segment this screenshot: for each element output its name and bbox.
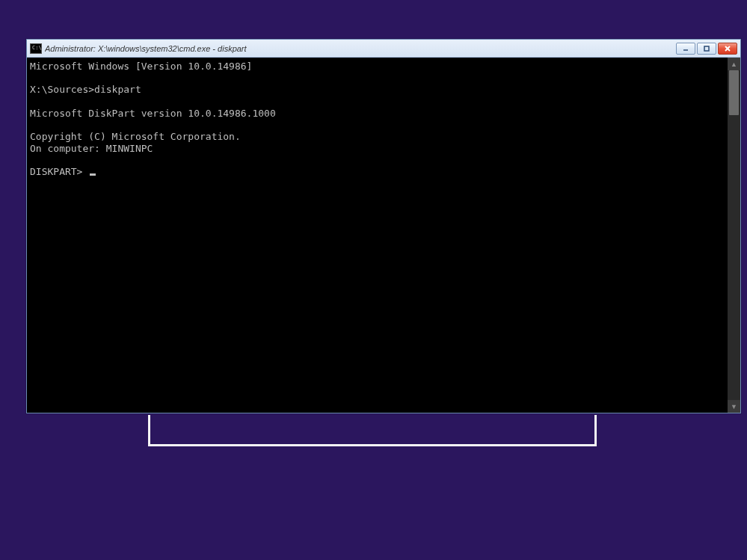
background-dialog-outline [148,415,597,446]
maximize-button[interactable] [697,43,716,55]
console-body: Microsoft Windows [Version 10.0.14986] X… [27,58,740,413]
scrollbar-track[interactable] [728,70,740,400]
vertical-scrollbar[interactable]: ▲ ▼ [728,58,740,413]
close-icon [724,45,731,52]
terminal-line: Microsoft Windows [Version 10.0.14986] [30,61,252,72]
cmd-window: C:\ Administrator: X:\windows\system32\c… [26,39,741,413]
terminal-cursor [90,173,96,176]
minimize-button[interactable] [676,43,695,55]
scroll-down-button[interactable]: ▼ [728,400,740,413]
minimize-icon [682,45,689,52]
terminal-line: X:\Sources>diskpart [30,84,141,95]
console-client-area[interactable]: Microsoft Windows [Version 10.0.14986] X… [27,58,728,413]
close-button[interactable] [718,43,737,55]
terminal-output: Microsoft Windows [Version 10.0.14986] X… [30,61,725,178]
window-titlebar[interactable]: C:\ Administrator: X:\windows\system32\c… [27,40,740,58]
maximize-icon [703,45,710,52]
terminal-line: Copyright (C) Microsoft Corporation. [30,131,241,142]
window-title: Administrator: X:\windows\system32\cmd.e… [45,44,676,53]
terminal-line: Microsoft DiskPart version 10.0.14986.10… [30,108,276,119]
svg-rect-1 [704,46,709,51]
terminal-line: DISKPART> [30,166,88,177]
cmd-icon: C:\ [30,43,42,54]
terminal-line: On computer: MINWINPC [30,143,153,154]
scroll-up-button[interactable]: ▲ [728,58,740,70]
scrollbar-thumb[interactable] [729,70,739,115]
window-controls [676,43,739,55]
